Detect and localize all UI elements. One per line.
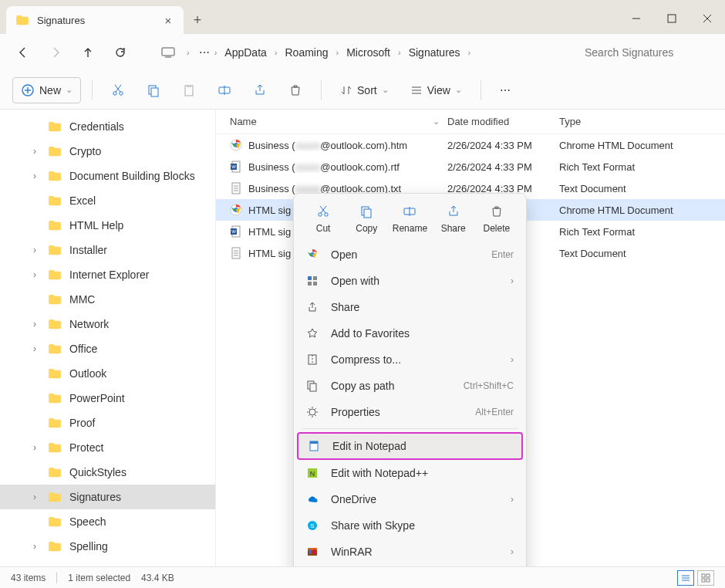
svg-line-43: [320, 206, 325, 213]
more-button[interactable]: ⋯: [492, 77, 518, 103]
ctx-share-button[interactable]: Share: [433, 203, 474, 234]
up-button[interactable]: [74, 39, 102, 66]
maximize-button[interactable]: [654, 3, 690, 34]
selected-count: 1 item selected: [68, 573, 130, 583]
new-button[interactable]: New ⌄: [12, 77, 81, 103]
rename-button[interactable]: [210, 77, 239, 103]
svg-rect-66: [308, 548, 317, 550]
folder-tree[interactable]: Credentials›Crypto›Document Building Blo…: [0, 110, 216, 566]
ctx-item-open-with[interactable]: Open with›: [294, 268, 526, 294]
details-view-icon[interactable]: [677, 570, 694, 586]
tree-item-signatures[interactable]: ›Signatures: [0, 485, 215, 509]
column-name[interactable]: Name⌄: [216, 110, 447, 133]
thumbnails-view-icon[interactable]: [697, 570, 714, 586]
breadcrumb-item[interactable]: Microsoft: [343, 43, 393, 62]
tree-item-installer[interactable]: ›Installer: [0, 238, 215, 262]
back-button[interactable]: [9, 39, 37, 66]
ctx-item-edit-with-notepad-[interactable]: NEdit with Notepad++: [294, 460, 526, 486]
svg-rect-78: [702, 579, 705, 582]
ctx-item-edit-in-notepad[interactable]: Edit in Notepad: [297, 432, 523, 460]
svg-point-40: [319, 213, 322, 216]
refresh-button[interactable]: [106, 39, 134, 66]
file-row[interactable]: WBusiness (xxxxx@outlook.com).rtf2/26/20…: [216, 156, 725, 177]
tree-item-spelling[interactable]: ›Spelling: [0, 534, 215, 559]
breadcrumb-more[interactable]: ⋯: [199, 46, 210, 59]
view-button[interactable]: View⌄: [403, 77, 470, 103]
close-button[interactable]: [690, 3, 725, 34]
window-tab[interactable]: Signatures ×: [6, 6, 184, 34]
svg-point-9: [113, 91, 116, 94]
cut-button[interactable]: [103, 77, 133, 103]
tree-item-network[interactable]: ›Network: [0, 312, 215, 336]
ctx-item-open[interactable]: OpenEnter: [294, 242, 526, 268]
svg-rect-76: [702, 574, 705, 577]
paste-button[interactable]: [174, 77, 204, 103]
tree-item-crypto[interactable]: ›Crypto: [0, 139, 215, 164]
tree-item-credentials[interactable]: Credentials: [0, 114, 215, 139]
svg-rect-53: [313, 282, 317, 286]
tree-item-stationery[interactable]: Stationery: [0, 559, 215, 566]
chevron-right-icon: ›: [187, 48, 190, 57]
breadcrumb-item[interactable]: Signatures: [406, 43, 464, 62]
svg-rect-79: [706, 579, 710, 582]
svg-rect-45: [364, 209, 371, 218]
tree-item-html-help[interactable]: HTML Help: [0, 213, 215, 238]
svg-rect-51: [313, 276, 317, 280]
delete-button[interactable]: [281, 77, 310, 103]
ctx-item-compress-to-[interactable]: Compress to...›: [294, 346, 526, 373]
svg-text:W: W: [231, 229, 236, 234]
ctx-item-onedrive[interactable]: OneDrive›: [294, 486, 526, 512]
plus-circle-icon: [21, 83, 35, 97]
svg-line-42: [321, 206, 326, 213]
svg-rect-57: [310, 384, 316, 391]
search-input[interactable]: [577, 40, 716, 65]
tree-item-document-building-blocks[interactable]: ›Document Building Blocks: [0, 164, 215, 188]
breadcrumb-item[interactable]: Roaming: [282, 43, 332, 62]
svg-text:W: W: [231, 164, 236, 169]
ctx-delete-button[interactable]: Delete: [476, 203, 518, 234]
forward-button[interactable]: [42, 39, 69, 66]
tree-item-excel[interactable]: Excel: [0, 188, 215, 213]
ctx-item-share[interactable]: Share: [294, 294, 526, 320]
pc-icon[interactable]: [154, 39, 182, 66]
sort-button[interactable]: Sort⌄: [332, 77, 396, 103]
selected-size: 43.4 KB: [141, 573, 174, 583]
column-date[interactable]: Date modified: [447, 110, 559, 133]
sort-icon: [340, 84, 352, 96]
svg-rect-77: [706, 574, 710, 577]
new-tab-button[interactable]: +: [184, 6, 211, 34]
tree-item-protect[interactable]: ›Protect: [0, 435, 215, 460]
minimize-button[interactable]: [619, 3, 654, 34]
tree-item-proof[interactable]: Proof: [0, 411, 215, 435]
tree-item-internet-explorer[interactable]: ›Internet Explorer: [0, 262, 215, 287]
file-row[interactable]: Business (xxxxx@outlook.com).htm2/26/202…: [216, 134, 725, 156]
svg-rect-60: [310, 441, 318, 444]
ctx-item-copy-as-path[interactable]: Copy as pathCtrl+Shift+C: [294, 373, 526, 399]
item-count: 43 items: [11, 573, 46, 583]
tree-item-powerpoint[interactable]: PowerPoint: [0, 386, 215, 411]
close-tab-icon[interactable]: ×: [162, 14, 174, 27]
ctx-rename-button[interactable]: Rename: [389, 203, 430, 234]
ctx-item-winrar[interactable]: WinRAR›: [294, 539, 526, 565]
ctx-item-add-to-favorites[interactable]: Add to Favorites: [294, 320, 526, 346]
svg-rect-1: [668, 15, 676, 22]
tab-title: Signatures: [37, 15, 154, 26]
tree-item-quickstyles[interactable]: QuickStyles: [0, 460, 215, 485]
tree-item-outlook[interactable]: Outlook: [0, 361, 215, 386]
ctx-item-share-with-skype[interactable]: SShare with Skype: [294, 512, 526, 539]
ctx-item-properties[interactable]: PropertiesAlt+Enter: [294, 399, 526, 425]
svg-text:S: S: [310, 522, 314, 529]
copy-button[interactable]: [139, 77, 168, 103]
tree-item-speech[interactable]: Speech: [0, 509, 215, 534]
ctx-copy-button[interactable]: Copy: [346, 203, 387, 234]
column-type[interactable]: Type: [559, 110, 725, 133]
ctx-cut-button[interactable]: Cut: [302, 203, 344, 234]
tree-item-office[interactable]: ›Office: [0, 336, 215, 361]
tree-item-mmc[interactable]: MMC: [0, 287, 215, 312]
list-icon: [410, 84, 423, 96]
breadcrumb[interactable]: ⋯ › AppData› Roaming› Microsoft› Signatu…: [194, 43, 572, 62]
share-button[interactable]: [245, 77, 275, 103]
breadcrumb-item[interactable]: AppData: [221, 43, 269, 62]
svg-rect-16: [187, 85, 191, 87]
svg-rect-4: [162, 48, 174, 56]
